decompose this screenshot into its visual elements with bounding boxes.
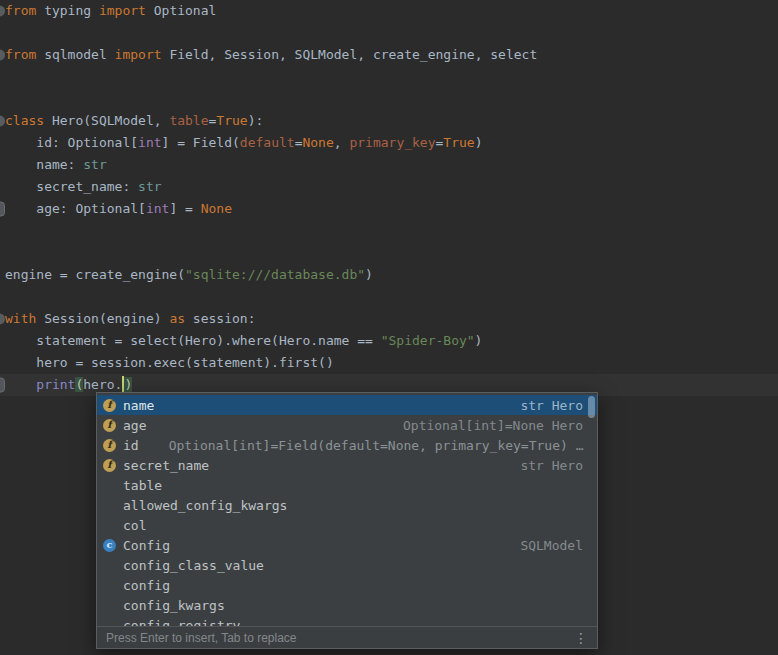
code-line[interactable]: statement = select(Hero).where(Hero.name… xyxy=(0,330,778,352)
code-token: engine = create_engine( xyxy=(5,267,185,282)
completion-item[interactable]: config_class_value xyxy=(97,555,597,575)
completion-label: config_class_value xyxy=(123,558,264,573)
completion-item[interactable]: table xyxy=(97,475,597,495)
code-line[interactable]: hero = session.exec(statement).first() xyxy=(0,352,778,374)
completion-type-hint: Optional[int]=None Hero xyxy=(403,418,583,433)
completion-hint: Press Enter to insert, Tab to replace xyxy=(106,631,297,645)
code-token: import xyxy=(99,3,146,18)
completion-list: fnamestr HerofageOptional[int]=None Hero… xyxy=(97,393,597,626)
code-token: default xyxy=(240,135,295,150)
class-icon: c xyxy=(103,539,116,552)
completion-popup: fnamestr HerofageOptional[int]=None Hero… xyxy=(96,392,598,649)
code-line[interactable]: with Session(engine) as session: xyxy=(0,308,778,330)
code-token: str xyxy=(138,179,161,194)
icon-spacer xyxy=(103,579,116,592)
code-line[interactable] xyxy=(0,88,778,110)
code-token: None xyxy=(201,201,232,216)
code-token: "Spider-Boy" xyxy=(381,333,475,348)
icon-spacer xyxy=(103,519,116,532)
code-line[interactable]: engine = create_engine("sqlite:///databa… xyxy=(0,264,778,286)
completion-item[interactable]: cConfigSQLModel xyxy=(97,535,597,555)
icon-spacer xyxy=(103,619,116,627)
code-line[interactable]: class Hero(SQLModel, table=True): xyxy=(0,110,778,132)
code-token: primary_key xyxy=(349,135,435,150)
code-token: ): xyxy=(248,113,264,128)
completion-type-hint: SQLModel xyxy=(520,538,583,553)
code-area: from typing import Optionalfrom sqlmodel… xyxy=(0,0,778,396)
code-token: Hero(SQLModel, xyxy=(44,113,169,128)
completion-item[interactable]: fsecret_namestr Hero xyxy=(97,455,597,475)
field-icon: f xyxy=(103,419,116,432)
code-token: from xyxy=(5,47,36,62)
code-token: Optional xyxy=(146,3,216,18)
code-token: , xyxy=(334,135,350,150)
code-line[interactable]: id: Optional[int] = Field(default=None, … xyxy=(0,132,778,154)
completion-label: col xyxy=(123,518,146,533)
completion-type-hint: str Hero xyxy=(520,458,583,473)
completion-label: table xyxy=(123,478,162,493)
completion-item[interactable]: config_kwargs xyxy=(97,595,597,615)
code-line[interactable]: name: str xyxy=(0,154,778,176)
code-token: str xyxy=(83,157,106,172)
completion-item[interactable]: fnamestr Hero xyxy=(97,395,597,415)
code-token: typing xyxy=(36,3,99,18)
code-token: int xyxy=(138,135,161,150)
code-token: import xyxy=(115,47,162,62)
code-token: with xyxy=(5,311,36,326)
completion-item[interactable]: fidOptional[int]=Field(default=None, pri… xyxy=(97,435,597,455)
code-line[interactable] xyxy=(0,242,778,264)
icon-spacer xyxy=(103,559,116,572)
completion-item[interactable]: fageOptional[int]=None Hero xyxy=(97,415,597,435)
code-token: sqlmodel xyxy=(36,47,114,62)
code-token xyxy=(5,377,36,392)
gutter-icon xyxy=(0,202,5,217)
code-token: name: xyxy=(5,157,83,172)
code-token: Session(engine) xyxy=(36,311,169,326)
code-token: hero = session.exec(statement).first() xyxy=(5,355,334,370)
code-line[interactable]: from typing import Optional xyxy=(0,0,778,22)
code-line[interactable]: secret_name: str xyxy=(0,176,778,198)
completion-item[interactable]: config_registry xyxy=(97,615,597,626)
icon-spacer xyxy=(103,479,116,492)
code-line[interactable] xyxy=(0,220,778,242)
completion-item[interactable]: allowed_config_kwargs xyxy=(97,495,597,515)
code-token: table xyxy=(169,113,208,128)
code-line[interactable] xyxy=(0,286,778,308)
icon-spacer xyxy=(103,599,116,612)
completion-signature: Optional[int]=Field(default=None, primar… xyxy=(169,438,584,453)
completion-label: config xyxy=(123,578,170,593)
gutter-icon xyxy=(0,378,5,393)
code-token: statement = select(Hero).where(Hero.name… xyxy=(5,333,381,348)
completion-footer: Press Enter to insert, Tab to replace ⋮ xyxy=(97,626,597,648)
kebab-menu-icon[interactable]: ⋮ xyxy=(574,631,588,645)
code-token: ) xyxy=(124,377,132,392)
completion-item[interactable]: col xyxy=(97,515,597,535)
field-icon: f xyxy=(103,459,116,472)
code-token: "sqlite:///database.db" xyxy=(185,267,365,282)
completion-label: id xyxy=(123,438,139,453)
code-line[interactable]: from sqlmodel import Field, Session, SQL… xyxy=(0,44,778,66)
code-token: True xyxy=(443,135,474,150)
popup-scrollbar[interactable] xyxy=(588,396,595,418)
code-line[interactable] xyxy=(0,22,778,44)
completion-item[interactable]: config xyxy=(97,575,597,595)
code-token: class xyxy=(5,113,44,128)
code-token: session: xyxy=(185,311,255,326)
field-icon: f xyxy=(103,399,116,412)
code-line[interactable]: age: Optional[int] = None xyxy=(0,198,778,220)
code-token: as xyxy=(169,311,185,326)
code-token: id: Optional[ xyxy=(5,135,138,150)
code-token: int xyxy=(146,201,169,216)
code-token: Field, Session, SQLModel, create_engine,… xyxy=(162,47,538,62)
code-line[interactable] xyxy=(0,66,778,88)
completion-label: name xyxy=(123,398,154,413)
code-token: print xyxy=(36,377,75,392)
code-token: age: Optional[ xyxy=(5,201,146,216)
code-token: ) xyxy=(475,135,483,150)
field-icon: f xyxy=(103,439,116,452)
completion-label: config_registry xyxy=(123,618,240,627)
completion-label: config_kwargs xyxy=(123,598,225,613)
code-token: secret_name: xyxy=(5,179,138,194)
completion-type-hint: str Hero xyxy=(520,398,583,413)
code-token: ) xyxy=(365,267,373,282)
